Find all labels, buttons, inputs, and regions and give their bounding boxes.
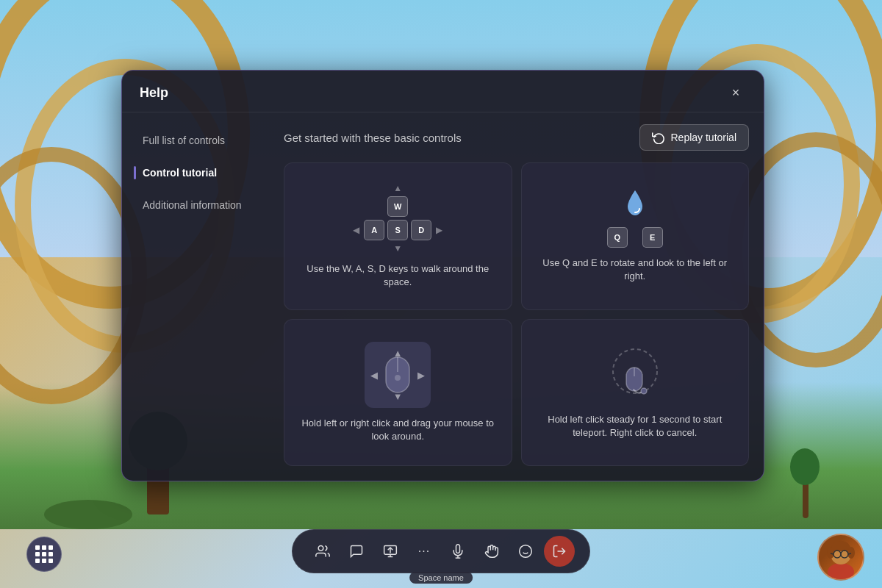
mouse-drag-visual: ▲ ▼ ◀ ▶ (365, 342, 431, 408)
wasd-top-row: ▲ (393, 183, 402, 193)
key-w: W (387, 196, 408, 217)
wasd-keys: ▲ W ◀ A S D ▶ ▼ (353, 183, 442, 254)
wasd-bottom-row: ▼ (393, 243, 402, 254)
dot-7 (35, 559, 40, 563)
key-e: E (642, 227, 663, 248)
people-icon (315, 544, 330, 559)
mic-icon (451, 544, 465, 559)
qe-keys: Q E (607, 189, 663, 248)
more-button[interactable]: ··· (409, 536, 440, 567)
qe-key-row: Q E (607, 227, 663, 248)
drag-arrow-right: ▶ (417, 369, 425, 380)
sidebar-item-control-tutorial[interactable]: Control tutorial (134, 159, 257, 186)
dot-5 (42, 552, 46, 556)
dot-4 (35, 552, 40, 556)
replay-tutorial-button[interactable]: Replay tutorial (639, 124, 750, 151)
wasd-card: ▲ W ◀ A S D ▶ ▼ (284, 162, 512, 310)
taskbar: ··· (292, 529, 590, 573)
people-button[interactable] (307, 536, 338, 567)
controls-grid: ▲ W ◀ A S D ▶ ▼ (284, 162, 749, 466)
avatar-svg (822, 534, 859, 581)
drag-arrow-up: ▲ (393, 348, 403, 359)
hand-icon (484, 544, 499, 559)
arrow-up: ▲ (393, 183, 402, 193)
close-button[interactable]: × (725, 82, 746, 103)
content-topbar: Get started with these basic controls Re… (284, 124, 749, 151)
svg-point-14 (520, 545, 532, 558)
small-tree-top (790, 448, 820, 485)
leave-icon (552, 544, 567, 559)
dialog-header: Help × (122, 71, 764, 112)
apps-dots-grid (35, 545, 53, 563)
key-s: S (387, 220, 408, 240)
arrow-left-icon: ◀ (353, 225, 359, 235)
svg-line-26 (848, 553, 851, 554)
help-dialog: Help × Full list of controls Control tut… (121, 70, 764, 481)
key-d: D (411, 220, 431, 240)
main-content: Get started with these basic controls Re… (269, 112, 764, 481)
bush-left (44, 500, 132, 529)
dot-6 (49, 552, 53, 556)
dot-2 (42, 545, 46, 550)
dot-1 (35, 545, 40, 550)
svg-point-6 (641, 388, 647, 394)
space-name-badge: Space name (409, 572, 473, 584)
mouse-svg-drag (384, 356, 411, 394)
emoji-icon (518, 544, 533, 559)
arrow-right-icon: ▶ (436, 225, 442, 235)
replay-label: Replay tutorial (671, 132, 737, 143)
mouse-drag-description: Hold left or right click and drag your m… (296, 417, 500, 443)
sidebar: Full list of controls Control tutorial A… (122, 112, 269, 481)
teleport-description: Hold left click steady for 1 second to s… (534, 413, 737, 440)
dot-3 (49, 545, 53, 550)
sidebar-item-additional-info[interactable]: Additional information (134, 192, 257, 218)
teleport-visual (606, 345, 664, 404)
svg-point-21 (847, 547, 855, 559)
emoji-button[interactable] (510, 536, 541, 567)
more-dots: ··· (418, 545, 430, 558)
apps-button[interactable] (26, 537, 62, 572)
key-a: A (364, 220, 384, 240)
dot-9 (49, 559, 53, 563)
qe-card: Q E Use Q and E to rotate and look to th… (521, 162, 750, 310)
teleport-card: Hold left click steady for 1 second to s… (521, 319, 750, 467)
user-avatar[interactable] (817, 534, 864, 581)
share-screen-button[interactable] (375, 536, 406, 567)
chat-icon (349, 544, 364, 559)
key-q: Q (607, 227, 628, 248)
svg-point-7 (318, 546, 323, 551)
qe-description: Use Q and E to rotate and look to the le… (534, 257, 737, 283)
svg-point-2 (395, 375, 401, 381)
leave-button[interactable] (544, 536, 575, 567)
drag-arrow-left: ◀ (370, 369, 378, 380)
content-subtitle: Get started with these basic controls (284, 132, 462, 144)
replay-icon (652, 131, 665, 144)
arrow-down-icon: ▼ (393, 243, 402, 254)
wasd-description: Use the W, A, S, D keys to walk around t… (296, 262, 500, 289)
dialog-body: Full list of controls Control tutorial A… (122, 112, 764, 481)
svg-point-20 (827, 547, 834, 559)
dialog-title: Help (140, 85, 168, 101)
wasd-w-row: W (387, 196, 408, 217)
wasd-asd-row: ◀ A S D ▶ (353, 220, 442, 240)
drag-arrow-down: ▼ (393, 391, 403, 402)
space-name-text: Space name (418, 573, 464, 582)
teleport-svg (606, 345, 664, 404)
sidebar-item-full-list[interactable]: Full list of controls (134, 127, 257, 154)
mouse-drag-card: ▲ ▼ ◀ ▶ Hold left or right click and dra… (284, 319, 512, 467)
mic-button[interactable] (442, 536, 473, 567)
dot-8 (42, 559, 46, 563)
svg-line-25 (831, 553, 833, 554)
svg-point-18 (828, 563, 854, 581)
raise-hand-button[interactable] (476, 536, 507, 567)
share-icon (383, 544, 398, 559)
rotate-icon (623, 189, 647, 218)
chat-button[interactable] (341, 536, 372, 567)
